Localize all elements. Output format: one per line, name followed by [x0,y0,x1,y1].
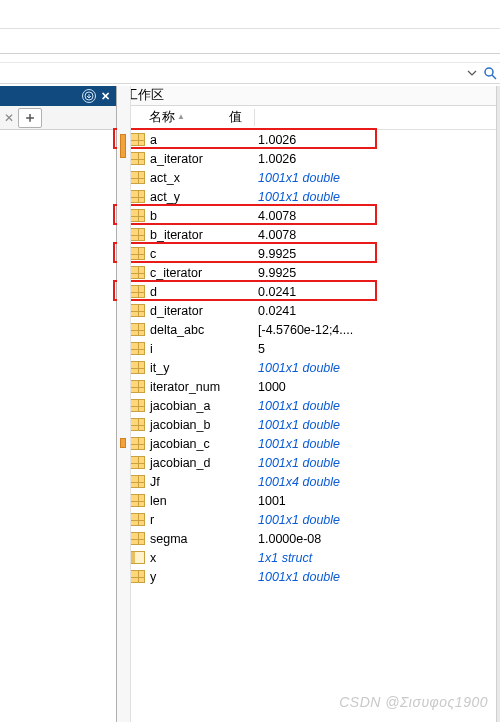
variable-icon [117,247,149,260]
variable-name: act_x [149,171,254,185]
variable-icon [117,418,149,431]
panel-title-text: 工作区 [125,87,164,104]
variable-icon [117,361,149,374]
variable-row[interactable]: jacobian_a1001x1 double [117,396,496,415]
variable-value: 1.0026 [254,152,496,166]
variable-row[interactable]: delta_abc[-4.5760e-12;4.... [117,320,496,339]
variable-icon [117,456,149,469]
variable-value: 1001x1 double [254,456,496,470]
variable-icon [117,513,149,526]
variable-icon [117,380,149,393]
column-headers[interactable]: 名称 ▲ 值 [117,106,496,130]
variable-row[interactable]: Jf1001x4 double [117,472,496,491]
dropdown-icon[interactable] [464,65,480,81]
variable-icon [117,323,149,336]
variable-row[interactable]: b4.0078 [117,206,496,225]
variable-icon [117,551,149,564]
variable-icon [117,532,149,545]
variable-value: 9.9925 [254,247,496,261]
new-tab-button[interactable]: ＋ [18,108,42,128]
col-name-label: 名称 [149,109,175,126]
variable-value: 1001x1 double [254,437,496,451]
variable-name: jacobian_c [149,437,254,451]
variable-name: len [149,494,254,508]
variable-value: 4.0078 [254,228,496,242]
variable-list: a1.0026a_iterator1.0026act_x1001x1 doubl… [117,130,496,586]
variable-row[interactable]: segma1.0000e-08 [117,529,496,548]
variable-value: 5 [254,342,496,356]
variable-value: 1001x1 double [254,190,496,204]
variable-icon [117,228,149,241]
variable-icon [117,190,149,203]
variable-name: d_iterator [149,304,254,318]
variable-name: c_iterator [149,266,254,280]
tab-strip: ✕ ＋ [0,106,116,130]
col-value-label: 值 [229,109,242,126]
variable-icon [117,342,149,355]
variable-row[interactable]: c9.9925 [117,244,496,263]
variable-value: [-4.5760e-12;4.... [254,323,496,337]
variable-row[interactable]: i5 [117,339,496,358]
variable-icon [117,437,149,450]
variable-row[interactable]: act_x1001x1 double [117,168,496,187]
variable-value: 1001x1 double [254,513,496,527]
svg-point-0 [485,68,493,76]
variable-row[interactable]: jacobian_b1001x1 double [117,415,496,434]
variable-value: 1000 [254,380,496,394]
variable-row[interactable]: d0.0241 [117,282,496,301]
variable-value: 1x1 struct [254,551,496,565]
variable-name: i [149,342,254,356]
variable-row[interactable]: len1001 [117,491,496,510]
variable-name: jacobian_b [149,418,254,432]
left-panel-header: ✕ [0,86,116,106]
undock-icon[interactable] [82,89,96,103]
variable-value: 1001x1 double [254,361,496,375]
left-panel: ✕ ✕ ＋ [0,86,117,722]
svg-line-1 [492,75,496,79]
variable-row[interactable]: jacobian_d1001x1 double [117,453,496,472]
variable-row[interactable]: iterator_num1000 [117,377,496,396]
variable-value: 0.0241 [254,304,496,318]
variable-row[interactable]: jacobian_c1001x1 double [117,434,496,453]
variable-value: 1.0000e-08 [254,532,496,546]
variable-value: 1001x4 double [254,475,496,489]
variable-name: a [149,133,254,147]
variable-name: d [149,285,254,299]
variable-row[interactable]: y1001x1 double [117,567,496,586]
variable-name: b_iterator [149,228,254,242]
variable-name: c [149,247,254,261]
variable-icon [117,285,149,298]
sort-icon: ▲ [177,112,185,121]
variable-row[interactable]: x1x1 struct [117,548,496,567]
variable-row[interactable]: a_iterator1.0026 [117,149,496,168]
variable-row[interactable]: a1.0026 [117,130,496,149]
variable-value: 0.0241 [254,285,496,299]
variable-row[interactable]: d_iterator0.0241 [117,301,496,320]
variable-row[interactable]: it_y1001x1 double [117,358,496,377]
variable-row[interactable]: r1001x1 double [117,510,496,529]
variable-icon [117,171,149,184]
variable-name: Jf [149,475,254,489]
variable-icon [117,399,149,412]
variable-icon [117,209,149,222]
variable-value: 1.0026 [254,133,496,147]
variable-value: 1001x1 double [254,171,496,185]
variable-name: b [149,209,254,223]
variable-value: 4.0078 [254,209,496,223]
variable-row[interactable]: b_iterator4.0078 [117,225,496,244]
close-icon[interactable]: ✕ [98,89,112,103]
variable-icon [117,570,149,583]
variable-icon [117,152,149,165]
variable-name: it_y [149,361,254,375]
address-bar [0,62,500,84]
search-icon[interactable] [482,65,498,81]
variable-row[interactable]: act_y1001x1 double [117,187,496,206]
editor-area [0,130,116,722]
variable-row[interactable]: c_iterator9.9925 [117,263,496,282]
tab-close-icon[interactable]: ✕ [2,111,16,125]
variable-name: jacobian_d [149,456,254,470]
panel-title: 工作区 [117,86,496,106]
variable-icon [117,494,149,507]
variable-name: iterator_num [149,380,254,394]
workspace-panel: 工作区 名称 ▲ 值 a1.0026a_iterator1.0026act_x1… [117,86,496,722]
